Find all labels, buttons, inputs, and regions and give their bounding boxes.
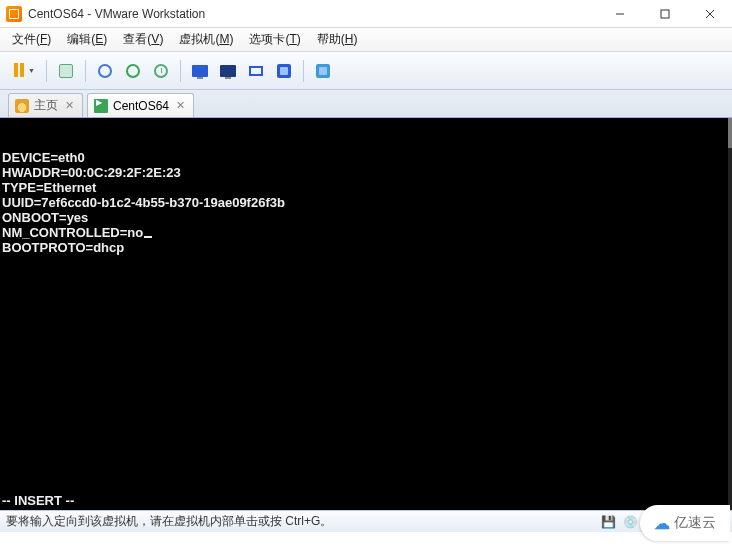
clock-icon xyxy=(154,64,168,78)
toolbar-separator xyxy=(303,60,304,82)
status-bar: 要将输入定向到该虚拟机，请在虚拟机内部单击或按 Ctrl+G。 💾 💿 🖧 🖶 … xyxy=(0,510,732,532)
tab-home-close[interactable]: ✕ xyxy=(63,99,76,112)
tab-centos[interactable]: CentOS64 ✕ xyxy=(87,93,194,117)
tab-strip: 主页 ✕ CentOS64 ✕ xyxy=(0,90,732,118)
app-icon xyxy=(6,6,22,22)
console-view-button[interactable] xyxy=(187,58,213,84)
vm-running-icon xyxy=(94,99,108,113)
menu-help[interactable]: 帮助(H) xyxy=(309,29,366,50)
toolbar-separator xyxy=(46,60,47,82)
unity-icon xyxy=(277,64,291,78)
pause-icon xyxy=(11,63,27,79)
menu-tabs[interactable]: 选项卡(T) xyxy=(241,29,308,50)
snapshot-take-button[interactable] xyxy=(92,58,118,84)
tab-home-label: 主页 xyxy=(34,97,58,114)
maximize-button[interactable] xyxy=(642,0,687,28)
close-button[interactable] xyxy=(687,0,732,28)
menu-vm[interactable]: 虚拟机(M) xyxy=(171,29,241,50)
thumbnail-icon xyxy=(316,64,330,78)
tab-centos-label: CentOS64 xyxy=(113,99,169,113)
chevron-down-icon: ▼ xyxy=(28,67,35,74)
snapshot-revert-button[interactable] xyxy=(120,58,146,84)
status-message: 要将输入定向到该虚拟机，请在虚拟机内部单击或按 Ctrl+G。 xyxy=(6,513,600,530)
tab-home[interactable]: 主页 ✕ xyxy=(8,93,83,117)
title-bar: CentOS64 - VMware Workstation xyxy=(0,0,732,28)
guest-console[interactable]: DEVICE=eth0 HWADDR=00:0C:29:2F:2E:23 TYP… xyxy=(0,118,732,510)
multi-monitor-button[interactable] xyxy=(215,58,241,84)
revert-icon xyxy=(126,64,140,78)
snapshot-icon xyxy=(98,64,112,78)
svg-rect-1 xyxy=(661,10,669,18)
network-icon xyxy=(59,64,73,78)
toolbar-separator xyxy=(85,60,86,82)
menu-file[interactable]: 文件(F) xyxy=(4,29,59,50)
toolbar: ▼ xyxy=(0,52,732,90)
toolbar-separator xyxy=(180,60,181,82)
terminal-content: DEVICE=eth0 HWADDR=00:0C:29:2F:2E:23 TYP… xyxy=(2,150,730,255)
monitor-icon xyxy=(192,65,208,77)
watermark-logo-icon: ☁ xyxy=(654,514,670,533)
terminal-scrollbar[interactable] xyxy=(728,118,732,510)
thumbnail-view-button[interactable] xyxy=(310,58,336,84)
watermark: ☁ 亿速云 xyxy=(640,505,730,541)
fullscreen-icon xyxy=(249,66,263,76)
home-icon xyxy=(15,99,29,113)
menu-bar: 文件(F) 编辑(E) 查看(V) 虚拟机(M) 选项卡(T) 帮助(H) xyxy=(0,28,732,52)
tab-centos-close[interactable]: ✕ xyxy=(174,99,187,112)
unity-button[interactable] xyxy=(271,58,297,84)
snapshot-manage-button[interactable] xyxy=(148,58,174,84)
window-title: CentOS64 - VMware Workstation xyxy=(28,7,597,21)
pause-vm-button[interactable]: ▼ xyxy=(6,58,40,84)
device-harddisk-icon[interactable]: 💾 xyxy=(600,514,616,530)
network-button[interactable] xyxy=(53,58,79,84)
device-cd-icon[interactable]: 💿 xyxy=(622,514,638,530)
vim-mode-status: -- INSERT -- xyxy=(2,493,74,508)
menu-edit[interactable]: 编辑(E) xyxy=(59,29,115,50)
menu-view[interactable]: 查看(V) xyxy=(115,29,171,50)
minimize-button[interactable] xyxy=(597,0,642,28)
multi-monitor-icon xyxy=(220,65,236,77)
fullscreen-button[interactable] xyxy=(243,58,269,84)
watermark-text: 亿速云 xyxy=(674,514,716,532)
